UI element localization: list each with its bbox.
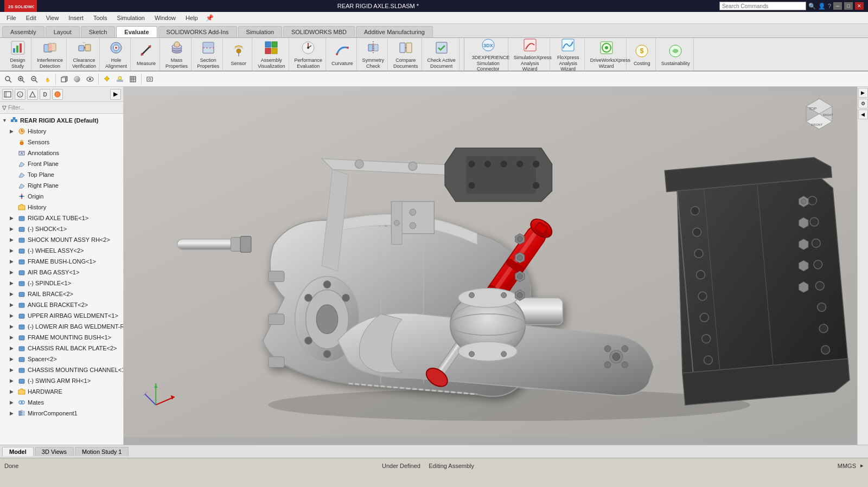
zoom-in-button[interactable] bbox=[15, 73, 27, 85]
floworks-button[interactable] bbox=[559, 38, 577, 54]
tree-item-sensors[interactable]: Sensors bbox=[0, 137, 123, 148]
search-icon[interactable]: 🔍 bbox=[808, 3, 816, 10]
clearance-verification-button[interactable]: ↔ bbox=[75, 39, 93, 56]
menu-edit[interactable]: Edit bbox=[22, 14, 41, 22]
tree-item-chassis-rail-back-plate[interactable]: ▶CHASSIS RAIL BACK PLATE<2> bbox=[0, 343, 123, 354]
appearance-tab[interactable] bbox=[52, 89, 63, 100]
right-panel-btn-1[interactable]: ▶ bbox=[858, 88, 868, 98]
symmetry-check-button[interactable] bbox=[365, 39, 382, 56]
tree-item-frame-bush-long[interactable]: ▶FRAME BUSH-LONG<1> bbox=[0, 256, 123, 267]
tree-item-angle-bracket[interactable]: ▶ANGLE BRACKET<2> bbox=[0, 299, 123, 310]
tree-item-mirror-component[interactable]: ▶MirrorComponent1 bbox=[0, 408, 123, 419]
tree-item-shock-mount-assy[interactable]: ▶SHOCK MOUNT ASSY RH<2> bbox=[0, 234, 123, 245]
view-orient-button[interactable] bbox=[58, 73, 70, 85]
curvature-button[interactable] bbox=[334, 42, 351, 60]
tab-assembly[interactable]: Assembly bbox=[2, 26, 44, 37]
right-panel-btn-3[interactable]: ◀ bbox=[858, 110, 868, 119]
tree-item-origin[interactable]: Origin bbox=[0, 191, 123, 202]
tree-item-annotations[interactable]: "A" Annotations bbox=[0, 148, 123, 158]
tree-item-shock[interactable]: ▶(-) SHOCK<1> bbox=[0, 223, 123, 234]
tree-item-history[interactable]: History bbox=[0, 202, 123, 213]
tab-simulation[interactable]: Simulation bbox=[238, 26, 282, 37]
svg-point-180 bbox=[501, 292, 507, 298]
property-manager-tab[interactable]: i bbox=[15, 89, 25, 100]
tree-item-rigid-axle-tube[interactable]: ▶RIGID AXLE TUBE<1> bbox=[0, 213, 123, 223]
tree-item-chassis-mounting-channel[interactable]: ▶CHASSIS MOUNTING CHANNEL<1> bbox=[0, 364, 123, 375]
tab-evaluate[interactable]: Evaluate bbox=[116, 26, 157, 37]
right-panel-btn-2[interactable]: ⚙ bbox=[858, 99, 868, 108]
feature-manager-tab[interactable] bbox=[2, 89, 13, 100]
config-manager-tab[interactable] bbox=[27, 89, 38, 100]
tab-3d-views[interactable]: 3D Views bbox=[35, 447, 74, 456]
close-button[interactable]: ✕ bbox=[855, 2, 864, 10]
compare-documents-button[interactable] bbox=[397, 39, 414, 56]
menu-simulation[interactable]: Simulation bbox=[113, 14, 149, 22]
screen-capture-button[interactable] bbox=[144, 73, 156, 85]
zoom-to-fit-button[interactable] bbox=[2, 73, 14, 85]
restore-button[interactable]: □ bbox=[844, 2, 853, 10]
tree-item-wheel-assy[interactable]: ▶(-) WHEEL ASSY<2> bbox=[0, 245, 123, 256]
simulation-xpress-button[interactable] bbox=[521, 38, 539, 54]
mass-properties-button[interactable] bbox=[168, 39, 186, 56]
tree-item-lower-air-bag-weldment[interactable]: ▶(-) LOWER AIR BAG WELDMENT-RH<2> bbox=[0, 321, 123, 332]
tab-sketch[interactable]: Sketch bbox=[81, 26, 116, 37]
costing-button[interactable]: $ bbox=[633, 42, 650, 60]
viewcube[interactable]: TOP RIGHT FRONT bbox=[797, 92, 841, 136]
tree-item-spindle[interactable]: ▶(-) SPINDLE<1> bbox=[0, 278, 123, 289]
section-properties-button[interactable] bbox=[200, 39, 217, 56]
display-style-button[interactable] bbox=[71, 73, 83, 85]
driveworks-button[interactable] bbox=[598, 39, 615, 56]
tab-solidworks-mbd[interactable]: SOLIDWORKS MBD bbox=[283, 26, 355, 37]
tree-item-air-bag-assy[interactable]: ▶AIR BAG ASSY<1> bbox=[0, 267, 123, 278]
tree-item-mates[interactable]: ▶Mates bbox=[0, 397, 123, 408]
hole-alignment-button[interactable] bbox=[107, 39, 125, 56]
view-settings-button[interactable] bbox=[127, 73, 139, 85]
minimize-button[interactable]: ─ bbox=[833, 2, 842, 10]
tab-layout[interactable]: Layout bbox=[46, 26, 80, 37]
scene-button[interactable] bbox=[114, 73, 126, 85]
tree-root-item[interactable]: ▼ REAR RIGID AXLE (Default) bbox=[0, 115, 123, 126]
tree-item-top-plane[interactable]: Top Plane bbox=[0, 169, 123, 180]
lighting-button[interactable] bbox=[101, 73, 113, 85]
assembly-visualization-button[interactable] bbox=[263, 39, 280, 56]
tree-item-rail-brace[interactable]: ▶RAIL BRACE<2> bbox=[0, 289, 123, 299]
status-arrow[interactable]: ▸ bbox=[860, 462, 864, 469]
tab-model[interactable]: Model bbox=[2, 447, 34, 456]
search-input[interactable] bbox=[719, 2, 806, 10]
user-icon[interactable]: 👤 bbox=[818, 3, 826, 10]
menu-insert[interactable]: Insert bbox=[64, 14, 88, 22]
expand-tree-button[interactable]: ▶ bbox=[110, 89, 121, 100]
design-study-button[interactable] bbox=[9, 39, 27, 56]
menu-window[interactable]: Window bbox=[150, 14, 180, 22]
tab-motion-study-1[interactable]: Motion Study 1 bbox=[75, 447, 129, 456]
zoom-out-button[interactable] bbox=[28, 73, 40, 85]
svg-rect-61 bbox=[61, 78, 66, 82]
tab-additive-manufacturing[interactable]: Additive Manufacturing bbox=[356, 26, 433, 37]
viewport-3d[interactable]: TOP RIGHT FRONT bbox=[124, 87, 857, 445]
measure-button[interactable] bbox=[138, 42, 155, 60]
menu-file[interactable]: File bbox=[2, 14, 21, 22]
tree-item-right-plane[interactable]: Right Plane bbox=[0, 180, 123, 191]
tree-item-swing-arm-rh[interactable]: ▶(-) SWING ARM RH<1> bbox=[0, 375, 123, 386]
menu-view[interactable]: View bbox=[42, 14, 63, 22]
tree-item-upper-airbag-weldment[interactable]: ▶UPPER AIRBAG WELDMENT<1> bbox=[0, 310, 123, 321]
tree-item-front-plane[interactable]: Front Plane bbox=[0, 158, 123, 169]
tab-solidworks-addins[interactable]: SOLIDWORKS Add-Ins bbox=[158, 26, 237, 37]
pan-button[interactable]: ✋ bbox=[41, 73, 53, 85]
sensor-button[interactable] bbox=[230, 42, 247, 60]
check-active-document-button[interactable] bbox=[433, 39, 450, 56]
menu-help[interactable]: Help bbox=[181, 14, 202, 22]
hide-show-button[interactable] bbox=[84, 73, 96, 85]
menu-tools[interactable]: Tools bbox=[89, 14, 112, 22]
3dexperience-button[interactable]: 3DX bbox=[480, 38, 497, 54]
help-icon[interactable]: ? bbox=[828, 3, 831, 9]
sustainability-button[interactable] bbox=[667, 42, 684, 60]
tree-item-spacer[interactable]: ▶Spacer<2> bbox=[0, 354, 123, 364]
tree-item-frame-mounting-bush[interactable]: ▶FRAME MOUNTING BUSH<1> bbox=[0, 332, 123, 343]
pin-icon[interactable]: 📌 bbox=[206, 14, 214, 22]
interference-detection-button[interactable] bbox=[41, 39, 59, 56]
tree-item-hardware[interactable]: ▶HARDWARE bbox=[0, 386, 123, 397]
dim-expert-tab[interactable]: D bbox=[40, 89, 50, 100]
performance-evaluation-button[interactable] bbox=[299, 39, 317, 56]
tree-item-history[interactable]: ▶ History bbox=[0, 126, 123, 137]
